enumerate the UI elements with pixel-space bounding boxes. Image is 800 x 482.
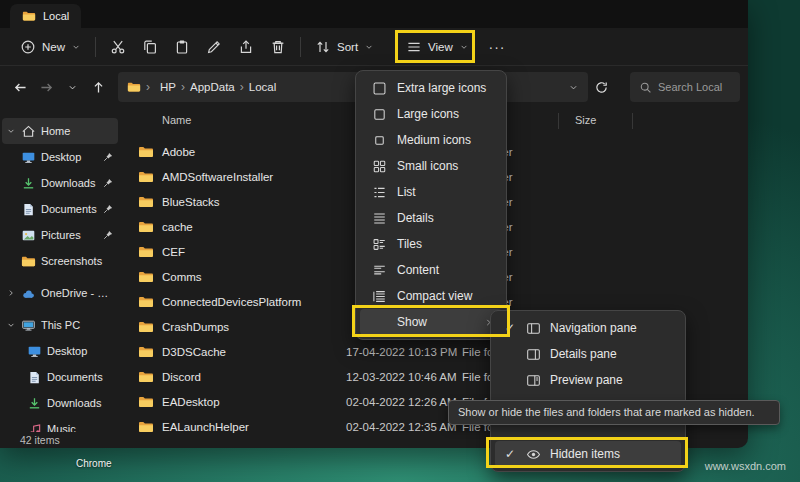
show-submenu-item-preview-pane[interactable]: ✓ Preview pane [495, 367, 681, 393]
view-button[interactable]: View [398, 32, 477, 62]
view-menu-item-large-icons[interactable]: Large icons [360, 101, 502, 127]
file-date-modified: 12-03-2022 10:46 AM [346, 371, 457, 383]
paste-button[interactable] [166, 32, 198, 62]
content-icon [372, 263, 387, 278]
folder-icon [22, 9, 36, 23]
trash-icon [270, 39, 286, 55]
file-name: CEF [162, 246, 185, 258]
sidebar-item-downloads[interactable]: Downloads [2, 170, 118, 196]
sidebar-item-desktop[interactable]: Desktop [2, 338, 118, 364]
desktop-icon [27, 344, 42, 359]
breadcrumb-item-appdata[interactable]: AppData [185, 81, 240, 93]
sidebar-item-music[interactable]: Music [2, 416, 118, 432]
more-options-button[interactable]: ··· [482, 32, 512, 62]
view-menu-item-content[interactable]: Content [360, 257, 502, 283]
back-button[interactable] [8, 74, 33, 100]
cut-button[interactable] [102, 32, 134, 62]
column-divider[interactable] [558, 113, 559, 129]
sidebar-item-home[interactable]: Home [2, 118, 118, 144]
sidebar-item-documents[interactable]: Documents [2, 364, 118, 390]
desktop-icon [21, 150, 36, 165]
view-menu-item-list[interactable]: List [360, 179, 502, 205]
column-header-name[interactable]: Name [162, 114, 191, 126]
new-button-label: New [42, 41, 65, 53]
show-submenu-item-navigation-pane[interactable]: ✓ Navigation pane [495, 315, 681, 341]
sidebar-item-desktop[interactable]: Desktop [2, 144, 118, 170]
view-menu-item-small-icons[interactable]: Small icons [360, 153, 502, 179]
document-icon [21, 202, 36, 217]
plus-icon [20, 39, 36, 55]
show-submenu-item-details-pane[interactable]: ✓ Details pane [495, 341, 681, 367]
details-pane-icon [526, 347, 541, 362]
copy-button[interactable] [134, 32, 166, 62]
new-button[interactable]: New [12, 32, 89, 62]
delete-button[interactable] [262, 32, 294, 62]
view-menu-item-details[interactable]: Details [360, 205, 502, 231]
file-date-modified: 02-04-2022 12:26 AM [346, 396, 457, 408]
taskbar-chrome-label: Chrome [76, 458, 112, 469]
copy-icon [142, 39, 158, 55]
sort-button[interactable]: Sort [307, 32, 382, 62]
share-button[interactable] [230, 32, 262, 62]
sidebar-item-label: Documents [47, 371, 114, 383]
menu-item-label: Extra large icons [397, 81, 486, 95]
breadcrumb-item-hp[interactable]: HP [155, 81, 181, 93]
menu-item-label: Compact view [397, 289, 473, 303]
file-name: Comms [162, 271, 202, 283]
up-arrow-icon [91, 80, 106, 95]
chevron-down-icon [364, 42, 374, 52]
address-dropdown-icon[interactable] [568, 82, 579, 93]
music-icon [27, 422, 42, 433]
refresh-icon [594, 80, 609, 95]
sidebar-item-screenshots[interactable]: Screenshots [2, 248, 118, 274]
up-button[interactable] [86, 74, 111, 100]
tooltip: Show or hide the files and folders that … [448, 400, 780, 425]
file-name: ConnectedDevicesPlatform [162, 296, 301, 308]
folder-icon [138, 194, 154, 210]
paste-icon [174, 39, 190, 55]
eye-icon [526, 447, 541, 462]
sidebar-item-this-pc[interactable]: This PC [2, 312, 118, 338]
view-menu-item-show[interactable]: Show [360, 309, 502, 335]
chevron-icon[interactable] [6, 288, 16, 298]
list-icon [372, 185, 387, 200]
sidebar-item-downloads[interactable]: Downloads [2, 390, 118, 416]
folder-icon [21, 254, 36, 269]
chevron-down-icon [67, 82, 78, 93]
more-options-icon: ··· [489, 39, 506, 55]
column-header-size[interactable]: Size [575, 114, 596, 126]
large-icons-icon [372, 107, 387, 122]
search-input[interactable]: Search Local [630, 72, 740, 102]
view-menu-item-extra-large-icons[interactable]: Extra large icons [360, 75, 502, 101]
sidebar-item-documents[interactable]: Documents [2, 196, 118, 222]
address-input[interactable]: › HP›AppData›Local [118, 72, 588, 102]
file-name: EALaunchHelper [162, 421, 249, 433]
sidebar-item-onedrive-perso[interactable]: OneDrive - Perso [2, 280, 118, 306]
download-icon [27, 396, 42, 411]
recent-locations-button[interactable] [60, 74, 85, 100]
view-menu-item-medium-icons[interactable]: Medium icons [360, 127, 502, 153]
sidebar-item-pictures[interactable]: Pictures [2, 222, 118, 248]
breadcrumb-item-local[interactable]: Local [244, 81, 282, 93]
tiles-icon [372, 237, 387, 252]
view-menu-item-compact-view[interactable]: Compact view [360, 283, 502, 309]
chevron-icon[interactable] [6, 126, 16, 136]
forward-button[interactable] [34, 74, 59, 100]
view-menu-item-tiles[interactable]: Tiles [360, 231, 502, 257]
refresh-button[interactable] [589, 74, 614, 100]
titlebar[interactable]: Local [0, 0, 748, 28]
sidebar-item-label: Pictures [41, 229, 97, 241]
search-placeholder: Search Local [658, 81, 722, 93]
chevron-icon[interactable] [6, 320, 16, 330]
tooltip-text: Show or hide the files and folders that … [458, 406, 755, 418]
column-divider[interactable] [632, 113, 633, 129]
home-icon [21, 124, 36, 139]
explorer-tab[interactable]: Local [10, 4, 81, 28]
back-arrow-icon [13, 80, 28, 95]
sidebar-item-label: Music [47, 423, 114, 432]
picture-icon [21, 228, 36, 243]
rename-button[interactable] [198, 32, 230, 62]
items-count: 42 items [20, 434, 60, 446]
show-submenu-item-hidden-items[interactable]: ✓ Hidden items [495, 441, 681, 467]
menu-item-label: Details [397, 211, 473, 225]
